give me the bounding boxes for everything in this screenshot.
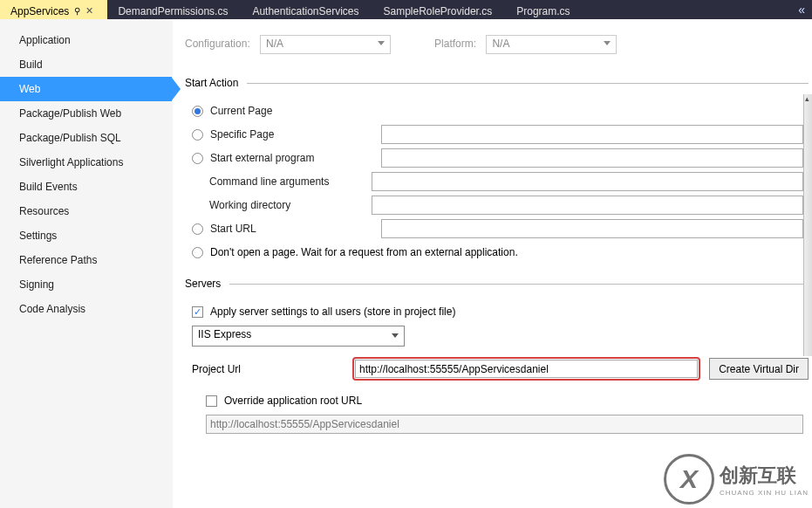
sidebar-item-web[interactable]: Web [0, 77, 172, 101]
tab-overflow-icon[interactable]: « [791, 0, 812, 19]
sidebar-item-build-events[interactable]: Build Events [0, 175, 172, 199]
platform-combo[interactable]: N/A [486, 35, 617, 54]
watermark-sub: CHUANG XIN HU LIAN [720, 489, 809, 497]
server-select-value: IIS Express [198, 328, 251, 340]
sidebar-item-pkg-web[interactable]: Package/Publish Web [0, 101, 172, 126]
sidebar-item-silverlight[interactable]: Silverlight Applications [0, 150, 172, 175]
watermark-logo-icon: X [664, 454, 714, 505]
platform-label: Platform: [434, 38, 476, 50]
sidebar: Application Build Web Package/Publish We… [0, 19, 173, 508]
radio-specific-page[interactable] [192, 129, 203, 141]
check-apply-all[interactable] [192, 306, 203, 318]
section-servers: Servers [185, 278, 221, 290]
label-start-url: Start URL [210, 223, 381, 235]
tab-authservices[interactable]: AuthenticationServices [242, 0, 372, 19]
configuration-label: Configuration: [185, 38, 250, 50]
radio-current-page[interactable] [192, 106, 203, 117]
label-override-root: Override application root URL [224, 395, 362, 407]
sidebar-item-signing[interactable]: Signing [0, 272, 172, 297]
chevron-down-icon [604, 41, 611, 45]
input-specific-page[interactable] [381, 125, 803, 144]
input-project-url[interactable] [355, 360, 698, 378]
tab-label: Program.cs [516, 5, 570, 17]
radio-start-url[interactable] [192, 223, 203, 235]
label-specific-page: Specific Page [210, 128, 381, 141]
scroll-up-icon[interactable]: ▴ [803, 94, 811, 108]
close-icon[interactable]: ✕ [85, 5, 93, 17]
tab-program[interactable]: Program.cs [506, 0, 583, 19]
tab-label: AuthenticationServices [252, 5, 358, 17]
server-select[interactable]: IIS Express [192, 326, 405, 347]
divider [247, 83, 809, 84]
chevron-down-icon [378, 41, 385, 45]
watermark: X 创新互联 CHUANG XIN HU LIAN [664, 454, 809, 505]
scrollbar[interactable] [803, 94, 812, 356]
divider [229, 284, 809, 285]
input-work-dir[interactable] [372, 196, 803, 215]
radio-start-external[interactable] [192, 153, 203, 164]
sidebar-item-resources[interactable]: Resources [0, 199, 172, 223]
create-vdir-button[interactable]: Create Virtual Dir [709, 358, 809, 380]
sidebar-item-settings[interactable]: Settings [0, 223, 172, 248]
chevron-down-icon [392, 333, 399, 338]
tab-appservices[interactable]: AppServices ⚲ ✕ [0, 0, 107, 19]
tab-label: SampleRoleProvider.cs [384, 5, 493, 17]
radio-dont-open[interactable] [192, 247, 203, 258]
label-project-url: Project Url [192, 363, 352, 375]
tab-bar: AppServices ⚲ ✕ DemandPermissions.cs Aut… [0, 0, 812, 19]
check-override-root[interactable] [206, 395, 217, 407]
input-start-external[interactable] [381, 148, 803, 168]
watermark-brand: 创新互联 [720, 463, 809, 489]
tab-label: DemandPermissions.cs [118, 5, 228, 17]
platform-value: N/A [492, 38, 509, 50]
sidebar-item-build[interactable]: Build [0, 52, 172, 77]
label-current-page: Current Page [210, 105, 358, 117]
label-start-external: Start external program [210, 152, 381, 164]
tab-label: AppServices [10, 5, 69, 17]
input-start-url[interactable] [381, 219, 803, 238]
label-work-dir: Working directory [209, 199, 372, 211]
label-apply-all: Apply server settings to all users (stor… [210, 305, 455, 318]
pin-icon[interactable]: ⚲ [74, 6, 80, 16]
sidebar-item-code-analysis[interactable]: Code Analysis [0, 297, 172, 321]
configuration-value: N/A [266, 38, 283, 50]
tab-demandpermissions[interactable]: DemandPermissions.cs [107, 0, 242, 19]
label-cmd-args: Command line arguments [209, 175, 372, 188]
sidebar-item-reference-paths[interactable]: Reference Paths [0, 248, 172, 272]
sidebar-item-application[interactable]: Application [0, 28, 172, 52]
configuration-combo[interactable]: N/A [260, 35, 391, 54]
tab-sampleroleprovider[interactable]: SampleRoleProvider.cs [373, 0, 507, 19]
input-cmd-args[interactable] [372, 172, 803, 191]
content-pane: Configuration: N/A Platform: N/A Start A… [173, 19, 812, 508]
input-root-url [206, 415, 803, 434]
project-url-highlight [352, 357, 700, 381]
section-start-action: Start Action [185, 77, 238, 89]
label-dont-open: Don't open a page. Wait for a request fr… [210, 246, 518, 258]
sidebar-item-pkg-sql[interactable]: Package/Publish SQL [0, 126, 172, 150]
